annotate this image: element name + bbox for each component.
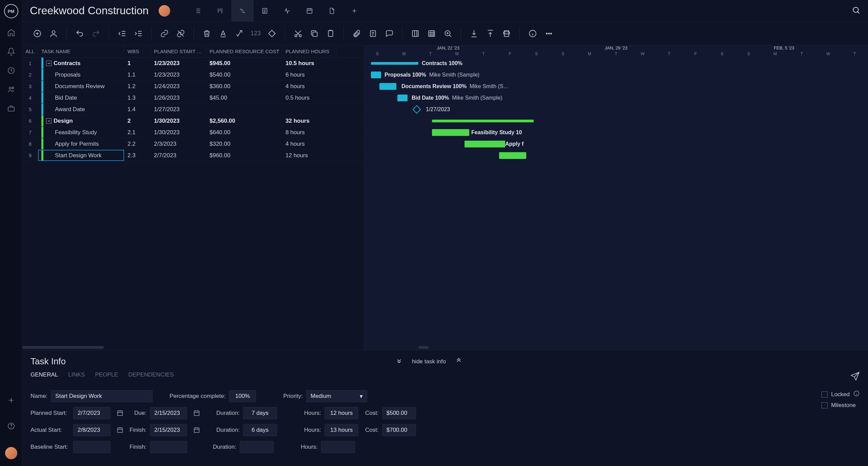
calendar-icon[interactable]: [191, 424, 203, 436]
bhrs-input[interactable]: [321, 441, 355, 453]
view-calendar-icon[interactable]: [298, 0, 321, 22]
outdent-button[interactable]: [115, 27, 129, 40]
gantt-row[interactable]: Documents Review 100% Mike Smith (S…: [364, 81, 868, 92]
people-icon[interactable]: [6, 85, 16, 94]
ahrs-input[interactable]: [324, 424, 358, 436]
afinish-input[interactable]: [150, 424, 187, 436]
assign-button[interactable]: [47, 27, 60, 40]
table-row[interactable]: 1−Contracts11/23/2023$945.0010.5 hours: [22, 58, 364, 69]
table-row[interactable]: 5Award Date1.41/27/2023: [22, 104, 364, 115]
copy-button[interactable]: [308, 27, 321, 40]
bdur-input[interactable]: [240, 441, 274, 453]
bstart-input[interactable]: [73, 441, 111, 453]
gantt-row[interactable]: Bid Date 100% Mike Smith (Sample): [364, 92, 868, 104]
clock-icon[interactable]: [6, 66, 16, 75]
calendar-icon[interactable]: [114, 424, 126, 436]
calendar-icon[interactable]: [114, 407, 126, 419]
view-sheet-icon[interactable]: [254, 0, 276, 22]
gantt-row[interactable]: 1/27/2023: [364, 104, 868, 115]
astart-input[interactable]: [73, 424, 111, 436]
locked-checkbox[interactable]: [822, 391, 828, 398]
hide-task-info-button[interactable]: hide task info: [412, 358, 446, 365]
view-add-icon[interactable]: [343, 0, 366, 22]
grid-header-cost[interactable]: PLANNED RESOURCE COST: [206, 45, 282, 57]
table-row[interactable]: 3Documents Review1.21/24/2023$360.004 ho…: [22, 81, 364, 92]
text-style-button[interactable]: [216, 27, 230, 40]
pstart-input[interactable]: [73, 407, 111, 419]
redo-button[interactable]: [89, 27, 103, 40]
cut-button[interactable]: [291, 27, 305, 40]
app-logo[interactable]: PM: [4, 4, 18, 18]
gantt-scrollbar[interactable]: [364, 345, 868, 350]
grid-header-wbs[interactable]: WBS: [124, 45, 151, 57]
collapse-icon[interactable]: −: [46, 61, 52, 66]
adur-input[interactable]: [243, 424, 277, 436]
due-input[interactable]: [150, 407, 187, 419]
name-input[interactable]: [51, 390, 153, 402]
tab-people[interactable]: PEOPLE: [95, 371, 118, 383]
info-icon[interactable]: [853, 390, 860, 399]
add-icon[interactable]: [6, 396, 16, 405]
undo-button[interactable]: [73, 27, 86, 40]
tab-general[interactable]: GENERAL: [31, 371, 58, 383]
home-icon[interactable]: [6, 28, 16, 37]
tab-links[interactable]: LINKS: [68, 371, 85, 383]
table-row[interactable]: 9Start Design Work2.32/7/2023$960.0012 h…: [22, 150, 364, 161]
import-button[interactable]: [467, 27, 481, 40]
table-row[interactable]: 2Proposals1.11/23/2023$540.006 hours: [22, 69, 364, 81]
add-task-button[interactable]: [31, 27, 44, 40]
more-button[interactable]: [542, 27, 556, 40]
tab-dependencies[interactable]: DEPENDENCIES: [128, 371, 174, 383]
columns-button[interactable]: [409, 27, 422, 40]
view-list-icon[interactable]: [186, 0, 209, 22]
bell-icon[interactable]: [6, 47, 16, 56]
zoom-button[interactable]: [441, 27, 455, 40]
table-row[interactable]: 6−Design21/30/2023$2,560.0032 hours: [22, 115, 364, 127]
grid-header-start[interactable]: PLANNED START …: [151, 45, 206, 57]
grid-header-name[interactable]: TASK NAME: [38, 45, 124, 57]
milestone-checkbox[interactable]: [822, 402, 828, 408]
notes-button[interactable]: [366, 27, 380, 40]
phrs-input[interactable]: [324, 407, 358, 419]
table-row[interactable]: 7Feasibility Study2.11/30/2023$640.008 h…: [22, 127, 364, 138]
priority-select[interactable]: Medium▾: [306, 390, 367, 402]
bfinish-input[interactable]: [150, 441, 187, 453]
attach-button[interactable]: [350, 27, 363, 40]
paste-button[interactable]: [324, 27, 337, 40]
help-icon[interactable]: [6, 421, 16, 431]
unlink-button[interactable]: [174, 27, 188, 40]
gantt-row[interactable]: Feasibility Study 10: [364, 127, 868, 138]
send-icon[interactable]: [850, 371, 860, 383]
grid-header-hours[interactable]: PLANNED HOURS: [282, 45, 336, 57]
view-gantt-icon[interactable]: [231, 0, 254, 22]
table-row[interactable]: 8Apply for Permits2.22/3/2023$320.004 ho…: [22, 138, 364, 150]
gantt-row[interactable]: Contracts 100%: [364, 58, 868, 69]
view-activity-icon[interactable]: [276, 0, 298, 22]
expand-up-icon[interactable]: [455, 357, 462, 366]
search-icon[interactable]: [852, 6, 861, 16]
print-button[interactable]: [500, 27, 513, 40]
calendar-icon[interactable]: [191, 407, 203, 419]
milestone-button[interactable]: [265, 27, 279, 40]
project-avatar[interactable]: [159, 5, 170, 17]
acost-input[interactable]: [382, 424, 416, 436]
pdur-input[interactable]: [243, 407, 277, 419]
comment-button[interactable]: [382, 27, 396, 40]
view-board-icon[interactable]: [209, 0, 231, 22]
gantt-row[interactable]: [364, 115, 868, 127]
grid-header-all[interactable]: ALL: [22, 45, 38, 57]
gantt-row[interactable]: [364, 150, 868, 161]
auto-number-button[interactable]: 123: [249, 27, 262, 40]
grid-scrollbar[interactable]: [22, 345, 364, 350]
gantt-row[interactable]: Proposals 100% Mike Smith (Sample): [364, 69, 868, 81]
grid-button[interactable]: [425, 27, 438, 40]
expand-down-icon[interactable]: [396, 357, 402, 366]
info-button[interactable]: [526, 27, 539, 40]
table-row[interactable]: 4Bid Date1.31/26/2023$45.000.5 hours: [22, 92, 364, 104]
indent-button[interactable]: [132, 27, 145, 40]
pct-input[interactable]: [229, 390, 256, 402]
briefcase-icon[interactable]: [6, 104, 16, 113]
export-button[interactable]: [484, 27, 497, 40]
pcost-input[interactable]: [382, 407, 416, 419]
delete-button[interactable]: [200, 27, 214, 40]
